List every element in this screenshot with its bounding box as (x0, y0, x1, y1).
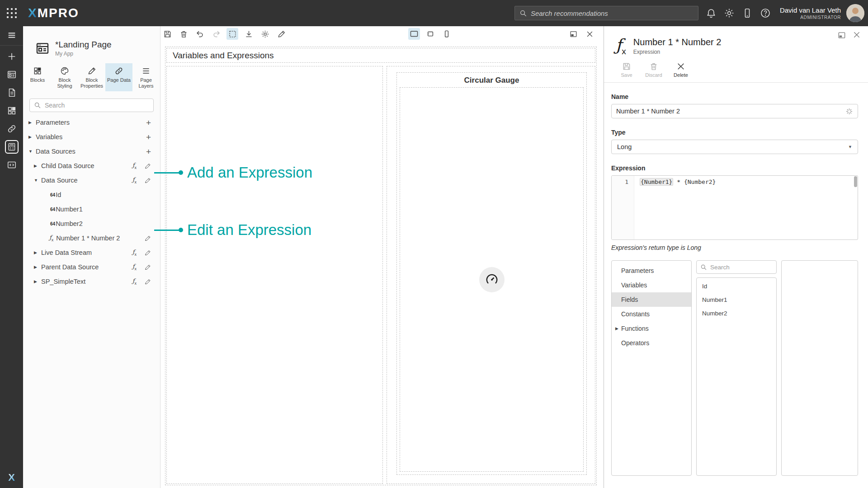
app-grid-icon[interactable] (6, 8, 17, 19)
fx-expression-icon[interactable]: ƒx (132, 249, 137, 257)
tree-item-data-source[interactable]: ▼ Data Source ƒx (23, 173, 160, 188)
style-edit-button[interactable] (275, 28, 287, 40)
chevron-right-icon[interactable]: ▶ (615, 321, 621, 336)
rail-preview-icon[interactable] (0, 156, 23, 174)
desktop-view-button[interactable] (408, 28, 420, 40)
notifications-bell-icon[interactable] (706, 8, 717, 19)
tab-block-properties[interactable]: Block Properties (78, 63, 105, 91)
tree-item-sp-simpletext[interactable]: ▶ SP_SimpleText ƒx (23, 274, 160, 289)
category-operators[interactable]: Operators (612, 336, 691, 350)
tree-item-child-data-source[interactable]: ▶ Child Data Source ƒx (23, 159, 160, 173)
recommendations-search[interactable] (514, 6, 698, 20)
rail-add-icon[interactable] (0, 47, 23, 66)
rail-menu-icon[interactable] (0, 26, 23, 44)
expression-code-editor[interactable]: 1 {Number1} * {Number2} (611, 175, 858, 240)
select-tool-button[interactable] (226, 28, 238, 40)
field-item-id[interactable]: Id (697, 280, 776, 293)
page-heading-block[interactable]: Variables and Expressions (166, 48, 595, 63)
circular-gauge-block[interactable]: Circular Gauge (396, 72, 587, 475)
undo-button[interactable] (194, 28, 206, 40)
tree-item-field-number1[interactable]: 64 Number1 (23, 202, 160, 216)
edit-pencil-icon[interactable] (144, 264, 151, 271)
page-container-block[interactable]: Variables and Expressions Circular Gauge (165, 47, 597, 485)
settings-gear-icon[interactable] (724, 8, 735, 19)
add-variable-button[interactable]: + (146, 133, 151, 141)
tree-search[interactable] (29, 99, 154, 112)
gauge-content-area[interactable] (400, 87, 584, 472)
tab-block-styling[interactable]: Block Styling (51, 63, 78, 91)
category-fields[interactable]: Fields (612, 292, 691, 307)
tree-item-live-data-stream[interactable]: ▶ Live Data Stream ƒx (23, 245, 160, 260)
rail-pages-icon[interactable] (0, 66, 23, 84)
rail-designer-icon[interactable] (0, 138, 23, 156)
rail-blocks-icon[interactable] (0, 102, 23, 120)
avatar[interactable] (846, 4, 864, 22)
tab-page-layers[interactable]: Page Layers (132, 63, 160, 91)
tree-item-parameters[interactable]: ▶ Parameters + (23, 115, 160, 130)
left-column-block[interactable] (166, 66, 383, 484)
xmpro-logo[interactable]: XMPRO (28, 6, 79, 20)
name-field[interactable] (611, 104, 858, 118)
field-item-number1[interactable]: Number1 (697, 293, 776, 307)
chevron-right-icon[interactable]: ▶ (34, 279, 41, 284)
chevron-right-icon[interactable]: ▶ (28, 120, 36, 125)
add-data-source-button[interactable]: + (146, 147, 151, 156)
chevron-right-icon[interactable]: ▶ (34, 265, 41, 269)
gauge-placeholder[interactable] (479, 267, 505, 292)
chevron-right-icon[interactable]: ▶ (34, 164, 41, 168)
fx-expression-icon[interactable]: ƒx (132, 277, 137, 286)
chevron-right-icon[interactable]: ▶ (34, 250, 41, 255)
edit-pencil-icon[interactable] (144, 177, 151, 184)
redo-button[interactable] (210, 28, 222, 40)
edit-pencil-icon[interactable] (144, 163, 151, 169)
user-menu[interactable]: David van Laar Veth ADMINISTRATOR (780, 6, 841, 20)
dock-panel-icon[interactable] (837, 31, 846, 40)
tab-blocks[interactable]: Blocks (24, 63, 51, 91)
tree-item-expression[interactable]: ƒx Number 1 * Number 2 (23, 231, 160, 245)
save-button[interactable]: Save (614, 62, 639, 78)
edit-pencil-icon[interactable] (144, 249, 151, 256)
tree-item-field-id[interactable]: 64 Id (23, 188, 160, 202)
delete-button[interactable]: Delete (668, 62, 693, 78)
right-column-block[interactable]: Circular Gauge (387, 66, 595, 484)
tablet-view-button[interactable] (425, 28, 436, 40)
fields-search[interactable] (696, 260, 777, 274)
mobile-app-icon[interactable] (742, 8, 753, 19)
fields-search-input[interactable] (710, 264, 773, 271)
edit-pencil-icon[interactable] (144, 235, 151, 242)
chevron-down-icon[interactable]: ▼ (34, 178, 41, 183)
rail-connections-icon[interactable] (0, 120, 23, 138)
field-item-number2[interactable]: Number2 (697, 307, 776, 320)
help-icon[interactable] (760, 8, 771, 19)
chevron-down-icon[interactable]: ▼ (28, 149, 36, 154)
close-icon[interactable] (584, 28, 595, 40)
category-functions[interactable]: ▶Functions (612, 321, 691, 336)
dock-panel-icon[interactable] (567, 28, 579, 40)
fx-expression-icon[interactable]: ƒx (132, 263, 137, 271)
close-icon[interactable] (853, 31, 861, 39)
rail-forms-icon[interactable] (0, 84, 23, 102)
tree-item-parent-data-source[interactable]: ▶ Parent Data Source ƒx (23, 260, 160, 274)
tab-page-data[interactable]: Page Data (105, 63, 132, 91)
type-select[interactable]: Long ▼ (611, 140, 858, 154)
mobile-view-button[interactable] (441, 28, 453, 40)
delete-button[interactable] (178, 28, 189, 40)
save-button[interactable] (161, 28, 173, 40)
edit-pencil-icon[interactable] (144, 278, 151, 285)
import-button[interactable] (243, 28, 255, 40)
category-variables[interactable]: Variables (612, 278, 691, 292)
discard-button[interactable]: Discard (641, 62, 666, 78)
add-parameter-button[interactable]: + (146, 118, 151, 127)
editor-scrollbar[interactable] (854, 176, 857, 187)
page-settings-gear-button[interactable] (259, 28, 271, 40)
fx-expression-icon[interactable]: ƒx (132, 176, 137, 184)
tree-item-variables[interactable]: ▶ Variables + (23, 130, 160, 144)
chevron-right-icon[interactable]: ▶ (28, 135, 36, 139)
tree-item-field-number2[interactable]: 64 Number2 (23, 216, 160, 231)
name-input[interactable] (616, 108, 845, 115)
expression-code-line[interactable]: {Number1} * {Number2} (634, 176, 716, 239)
tree-search-input[interactable] (45, 102, 149, 109)
fx-expression-icon[interactable]: ƒx (132, 162, 137, 170)
category-parameters[interactable]: Parameters (612, 263, 691, 278)
recommendations-search-input[interactable] (531, 9, 693, 17)
